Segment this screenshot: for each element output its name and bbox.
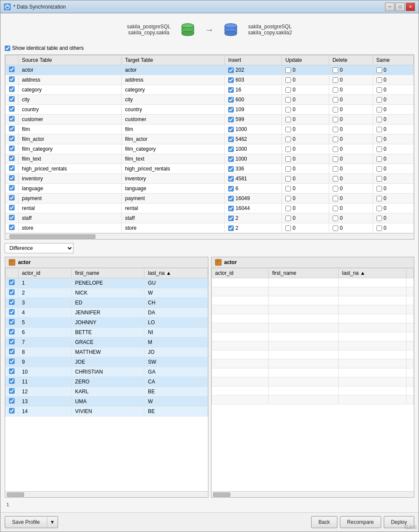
right-scroll-thumb[interactable] xyxy=(213,492,230,497)
insert-checkbox[interactable] xyxy=(228,196,234,201)
row-checkbox[interactable] xyxy=(9,96,15,102)
insert-checkbox[interactable] xyxy=(228,67,234,73)
update-checkbox[interactable] xyxy=(285,127,291,132)
insert-checkbox[interactable] xyxy=(228,127,234,132)
diff-dropdown[interactable]: DifferenceAllSameInsert onlyUpdate onlyD… xyxy=(5,243,73,253)
left-row-checkbox[interactable] xyxy=(9,319,15,325)
update-checkbox[interactable] xyxy=(285,77,291,83)
delete-checkbox[interactable] xyxy=(333,127,338,132)
update-checkbox[interactable] xyxy=(285,225,291,231)
save-profile-dropdown-button[interactable]: ▼ xyxy=(47,516,58,528)
row-checkbox[interactable] xyxy=(9,185,15,191)
delete-checkbox[interactable] xyxy=(333,146,338,152)
update-checkbox[interactable] xyxy=(285,107,291,112)
insert-checkbox[interactable] xyxy=(228,107,234,112)
left-row-checkbox[interactable] xyxy=(9,398,15,404)
same-checkbox[interactable] xyxy=(376,196,382,201)
update-checkbox[interactable] xyxy=(285,137,291,142)
left-panel-scroll[interactable] xyxy=(5,491,208,497)
same-checkbox[interactable] xyxy=(376,77,382,83)
same-checkbox[interactable] xyxy=(376,117,382,122)
row-checkbox[interactable] xyxy=(9,175,15,181)
update-checkbox[interactable] xyxy=(285,196,291,201)
insert-checkbox[interactable] xyxy=(228,186,234,192)
delete-checkbox[interactable] xyxy=(333,97,338,103)
same-checkbox[interactable] xyxy=(376,107,382,112)
row-checkbox[interactable] xyxy=(9,165,15,171)
row-checkbox[interactable] xyxy=(9,67,15,72)
left-row-checkbox[interactable] xyxy=(9,339,15,344)
row-checkbox[interactable] xyxy=(9,126,15,131)
delete-checkbox[interactable] xyxy=(333,166,338,172)
row-checkbox[interactable] xyxy=(9,225,15,230)
left-row-checkbox[interactable] xyxy=(9,280,15,285)
insert-checkbox[interactable] xyxy=(228,146,234,152)
same-checkbox[interactable] xyxy=(376,216,382,221)
delete-checkbox[interactable] xyxy=(333,176,338,182)
same-checkbox[interactable] xyxy=(376,225,382,231)
update-checkbox[interactable] xyxy=(285,206,291,211)
left-row-checkbox[interactable] xyxy=(9,349,15,354)
same-checkbox[interactable] xyxy=(376,146,382,152)
minimize-button[interactable]: ─ xyxy=(385,3,395,11)
update-checkbox[interactable] xyxy=(285,146,291,152)
same-checkbox[interactable] xyxy=(376,67,382,73)
insert-checkbox[interactable] xyxy=(228,216,234,221)
delete-checkbox[interactable] xyxy=(333,137,338,142)
delete-checkbox[interactable] xyxy=(333,225,338,231)
same-checkbox[interactable] xyxy=(376,166,382,172)
delete-checkbox[interactable] xyxy=(333,87,338,93)
same-checkbox[interactable] xyxy=(376,186,382,192)
delete-checkbox[interactable] xyxy=(333,216,338,221)
delete-checkbox[interactable] xyxy=(333,107,338,112)
delete-checkbox[interactable] xyxy=(333,117,338,122)
left-row-checkbox[interactable] xyxy=(9,299,15,305)
row-checkbox[interactable] xyxy=(9,116,15,122)
show-identical-checkbox[interactable] xyxy=(5,46,10,51)
insert-checkbox[interactable] xyxy=(228,87,234,93)
delete-checkbox[interactable] xyxy=(333,77,338,83)
left-row-checkbox[interactable] xyxy=(9,378,15,384)
update-checkbox[interactable] xyxy=(285,166,291,172)
row-checkbox[interactable] xyxy=(9,136,15,141)
insert-checkbox[interactable] xyxy=(228,137,234,142)
delete-checkbox[interactable] xyxy=(333,67,338,73)
table-scrollbar[interactable] xyxy=(5,233,414,239)
same-checkbox[interactable] xyxy=(376,176,382,182)
update-checkbox[interactable] xyxy=(285,176,291,182)
row-checkbox[interactable] xyxy=(9,155,15,161)
row-checkbox[interactable] xyxy=(9,195,15,201)
left-scroll-thumb[interactable] xyxy=(7,492,24,497)
insert-checkbox[interactable] xyxy=(228,97,234,103)
delete-checkbox[interactable] xyxy=(333,206,338,211)
delete-checkbox[interactable] xyxy=(333,156,338,162)
insert-checkbox[interactable] xyxy=(228,176,234,182)
insert-checkbox[interactable] xyxy=(228,77,234,83)
same-checkbox[interactable] xyxy=(376,156,382,162)
recompare-button[interactable]: Recompare xyxy=(340,516,381,528)
row-checkbox[interactable] xyxy=(9,76,15,82)
back-button[interactable]: Back xyxy=(311,516,337,528)
insert-checkbox[interactable] xyxy=(228,225,234,231)
left-row-checkbox[interactable] xyxy=(9,289,15,295)
insert-checkbox[interactable] xyxy=(228,166,234,172)
update-checkbox[interactable] xyxy=(285,216,291,221)
same-checkbox[interactable] xyxy=(376,97,382,103)
delete-checkbox[interactable] xyxy=(333,196,338,201)
row-checkbox[interactable] xyxy=(9,215,15,220)
close-button[interactable]: ✕ xyxy=(406,3,415,11)
right-panel-scroll[interactable] xyxy=(211,491,414,497)
left-row-checkbox[interactable] xyxy=(9,408,15,413)
save-profile-button[interactable]: Save Profile xyxy=(5,516,47,528)
insert-checkbox[interactable] xyxy=(228,117,234,122)
delete-checkbox[interactable] xyxy=(333,186,338,192)
update-checkbox[interactable] xyxy=(285,67,291,73)
left-row-checkbox[interactable] xyxy=(9,359,15,364)
left-row-checkbox[interactable] xyxy=(9,388,15,394)
left-row-checkbox[interactable] xyxy=(9,368,15,374)
insert-checkbox[interactable] xyxy=(228,206,234,211)
update-checkbox[interactable] xyxy=(285,156,291,162)
same-checkbox[interactable] xyxy=(376,206,382,211)
update-checkbox[interactable] xyxy=(285,87,291,93)
row-checkbox[interactable] xyxy=(9,146,15,151)
